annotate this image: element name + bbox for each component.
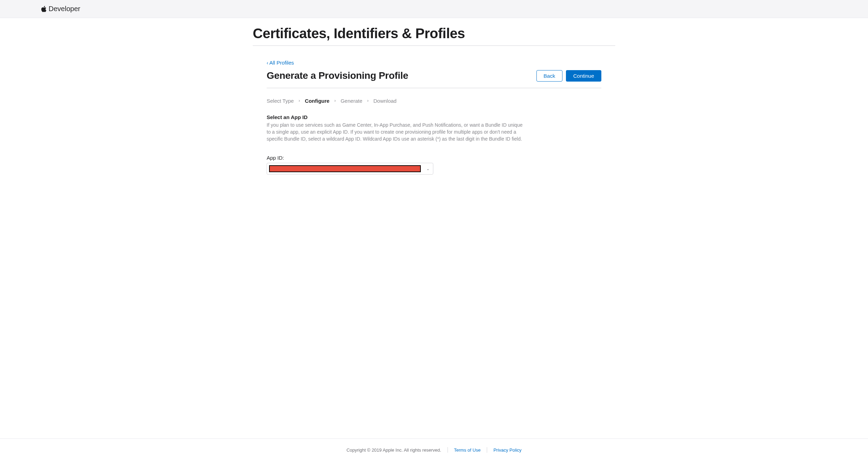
copyright-text: Copyright © 2019 Apple Inc. All rights r… [347,447,441,453]
breadcrumb-configure: Configure [305,98,329,104]
back-link-text: All Profiles [269,60,294,66]
breadcrumb-download: Download [373,98,397,104]
section-label: Select an App ID [267,114,601,120]
subpage-header: Generate a Provisioning Profile Back Con… [267,66,601,88]
chevron-right-icon: › [367,98,368,103]
top-bar: Developer [0,0,868,18]
breadcrumb-generate: Generate [341,98,362,104]
section-description: If you plan to use services such as Game… [267,121,527,143]
continue-button[interactable]: Continue [566,70,601,82]
back-link-all-profiles[interactable]: ‹ All Profiles [267,60,294,66]
brand-text: Developer [49,5,80,13]
back-button[interactable]: Back [536,70,562,82]
chevron-right-icon: › [334,98,336,103]
chevron-right-icon: › [299,98,300,103]
footer-divider [487,447,487,453]
apple-logo-icon [41,6,47,12]
app-id-select-value-redacted [269,165,421,172]
terms-of-use-link[interactable]: Terms of Use [454,447,481,453]
subpage-title: Generate a Provisioning Profile [267,70,408,81]
footer: Copyright © 2019 Apple Inc. All rights r… [0,438,868,461]
main-container: Certificates, Identifiers & Profiles ‹ A… [212,18,656,438]
privacy-policy-link[interactable]: Privacy Policy [493,447,521,453]
breadcrumb-select-type: Select Type [267,98,294,104]
chevron-down-icon: ⌄ [423,167,433,171]
page-title: Certificates, Identifiers & Profiles [253,26,615,41]
breadcrumb: Select Type › Configure › Generate › Dow… [267,98,601,104]
developer-brand[interactable]: Developer [41,5,80,13]
chevron-left-icon: ‹ [267,60,268,66]
button-group: Back Continue [536,70,601,82]
content-area: ‹ All Profiles Generate a Provisioning P… [253,46,615,175]
footer-divider [448,447,448,453]
app-id-field-label: App ID: [267,155,601,161]
app-id-select[interactable]: ⌄ [267,163,433,175]
page-title-section: Certificates, Identifiers & Profiles [253,18,615,46]
